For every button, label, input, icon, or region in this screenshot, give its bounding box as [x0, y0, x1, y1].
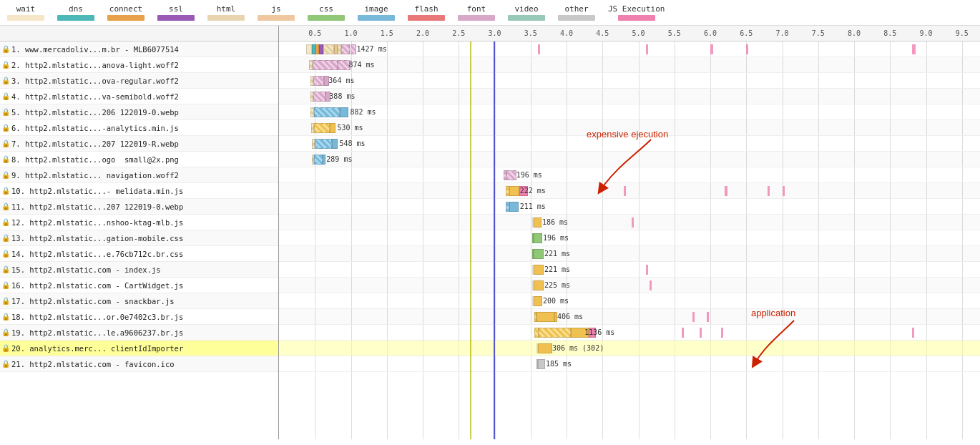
label-row-16: 🔒 17. http2.mlstatic.com - snackbar.js	[0, 293, 278, 309]
legend-item-ssl: ssl	[157, 4, 195, 21]
chart-row-19: 306 ms (302)	[279, 341, 980, 356]
main-content: 🔒 1. www.mercadoliv...m.br - MLB6077514 …	[0, 26, 980, 439]
chart-row-9: 222 ms	[279, 183, 980, 199]
bar-segment	[534, 265, 544, 275]
js-exec-mark	[646, 44, 648, 54]
bar-time-label: 211 ms	[520, 202, 546, 210]
label-row-13: 🔒 14. http2.mlstatic...e.76cb712c.br.css	[0, 246, 278, 262]
bar-segment	[506, 170, 516, 180]
js-exec-mark	[768, 186, 770, 196]
row-label: 7. http2.mlstatic...207_122019-R.webp	[11, 140, 179, 148]
bar-segment	[330, 123, 335, 133]
tick-4.5: 4.5	[596, 29, 609, 37]
lock-icon: 🔒	[1, 45, 10, 54]
bar-segment	[313, 60, 338, 70]
bar-time-label: 406 ms	[557, 313, 583, 321]
bar-time-label: 200 ms	[543, 297, 569, 305]
label-row-11: 🔒 12. http2.mlstatic...nshoo-ktag-mlb.js	[0, 215, 278, 230]
row-label: 12. http2.mlstatic...nshoo-ktag-mlb.js	[11, 218, 183, 227]
legend-item-dns: dns	[57, 4, 94, 21]
chart-row-6: 548 ms	[279, 136, 980, 152]
row-label: 21. http2.mlstatic.com - favicon.ico	[11, 360, 175, 368]
label-row-8: 🔒 9. http2.mlstatic... navigation.woff2	[0, 167, 278, 183]
tick-6: 6.0	[704, 29, 717, 37]
tick-1: 1.0	[344, 29, 357, 37]
chart-row-20: 185 ms	[279, 356, 980, 372]
label-row-1: 🔒 2. http2.mlstatic...anova-light.woff2	[0, 57, 278, 73]
main-container: wait dns connect ssl html js css image f…	[0, 0, 980, 445]
legend-label: dns	[69, 4, 83, 14]
rows-labels-container: 🔒 1. www.mercadoliv...m.br - MLB6077514 …	[0, 41, 278, 372]
row-label: 13. http2.mlstatic...gation-mobile.css	[11, 234, 183, 243]
label-row-18: 🔒 19. http2.mlstatic...le.a9606237.br.js	[0, 325, 278, 341]
legend-swatch	[358, 15, 395, 21]
label-row-9: 🔒 10. http2.mlstatic...- melidata.min.js	[0, 183, 278, 199]
chart-row-10: 211 ms	[279, 199, 980, 215]
legend-swatch	[618, 15, 655, 21]
bar-segment	[534, 249, 544, 259]
bar-time-label: 196 ms	[516, 171, 542, 179]
bar-time-label: 185 ms	[546, 360, 572, 368]
bar-segment	[323, 155, 325, 165]
tick-9.5: 9.5	[956, 29, 969, 37]
timeline-ticks: 0.51.01.52.02.53.03.54.04.55.05.56.06.57…	[279, 26, 980, 41]
chart-rows-container: 1427 ms874 ms364 ms388 ms882 ms530 ms548…	[279, 41, 980, 439]
label-row-17: 🔒 18. http2.mlstatic...or.0e7402c3.br.js	[0, 309, 278, 325]
bar-segment	[509, 186, 519, 196]
bar-time-label: 548 ms	[339, 140, 365, 147]
legend-label: ssl	[169, 4, 183, 14]
bar-segment	[315, 139, 332, 149]
row-label: 19. http2.mlstatic...le.a9606237.br.js	[11, 328, 183, 337]
legend-item-html: html	[207, 4, 245, 21]
bar-segment	[341, 44, 350, 54]
row-label: 2. http2.mlstatic...anova-light.woff2	[11, 61, 179, 69]
row-label: 3. http2.mlstatic...ova-regular.woff2	[11, 77, 179, 85]
legend-swatch	[7, 15, 44, 21]
legend-swatch	[107, 15, 144, 21]
chart-row-2: 364 ms	[279, 73, 980, 89]
bar-time-label: 882 ms	[351, 108, 376, 116]
bar-time-label: 306 ms (302)	[552, 344, 604, 352]
row-label: 11. http2.mlstatic...207_122019-0.webp	[11, 202, 183, 211]
bar-segment	[306, 44, 312, 54]
tick-7: 7.0	[776, 29, 789, 37]
js-exec-mark	[692, 312, 695, 322]
lock-icon: 🔒	[1, 202, 10, 211]
label-row-14: 🔒 15. http2.mlstatic.com - index.js	[0, 262, 278, 278]
row-label: 20. analytics.merc... clientIdImporter	[11, 344, 183, 353]
legend-label: wait	[16, 4, 36, 14]
tick-5: 5.0	[632, 29, 645, 37]
legend-swatch	[207, 15, 245, 21]
lock-icon: 🔒	[1, 218, 10, 227]
lock-icon: 🔒	[1, 297, 10, 305]
bar-segment	[323, 44, 334, 54]
bar-time-label: 874 ms	[348, 61, 374, 69]
row-label: 9. http2.mlstatic... navigation.woff2	[11, 171, 179, 180]
legend-label: font	[467, 4, 486, 14]
bar-time-label: 221 ms	[544, 250, 570, 258]
chart-row-16: 200 ms	[279, 293, 980, 309]
legend-swatch	[408, 15, 445, 21]
lock-icon: 🔒	[1, 92, 10, 101]
lock-icon: 🔒	[1, 140, 10, 148]
bar-segment	[314, 123, 330, 133]
chart-row-1: 874 ms	[279, 57, 980, 73]
chart-row-18: 1136 ms	[279, 325, 980, 341]
legend-label: JS Execution	[608, 4, 665, 14]
label-row-5: 🔒 6. http2.mlstatic...-analytics.min.js	[0, 120, 278, 136]
label-row-15: 🔒 16. http2.mlstatic.com - CartWidget.js	[0, 278, 278, 293]
bar-time-label: 196 ms	[543, 234, 569, 242]
js-exec-mark	[721, 328, 723, 338]
legend-label: css	[319, 4, 333, 14]
chart-row-7: 289 ms	[279, 152, 980, 167]
tick-2: 2.0	[416, 29, 429, 37]
bar-segment	[534, 217, 542, 228]
row-label: 16. http2.mlstatic.com - CartWidget.js	[11, 281, 183, 290]
tick-6.5: 6.5	[740, 29, 753, 37]
label-row-12: 🔒 13. http2.mlstatic...gation-mobile.css	[0, 230, 278, 246]
row-label: 18. http2.mlstatic...or.0e7402c3.br.js	[11, 313, 183, 321]
lock-icon: 🔒	[1, 265, 10, 274]
bar-time-label: 1427 ms	[357, 45, 387, 53]
label-row-2: 🔒 3. http2.mlstatic...ova-regular.woff2	[0, 73, 278, 89]
tick-4: 4.0	[560, 29, 573, 37]
